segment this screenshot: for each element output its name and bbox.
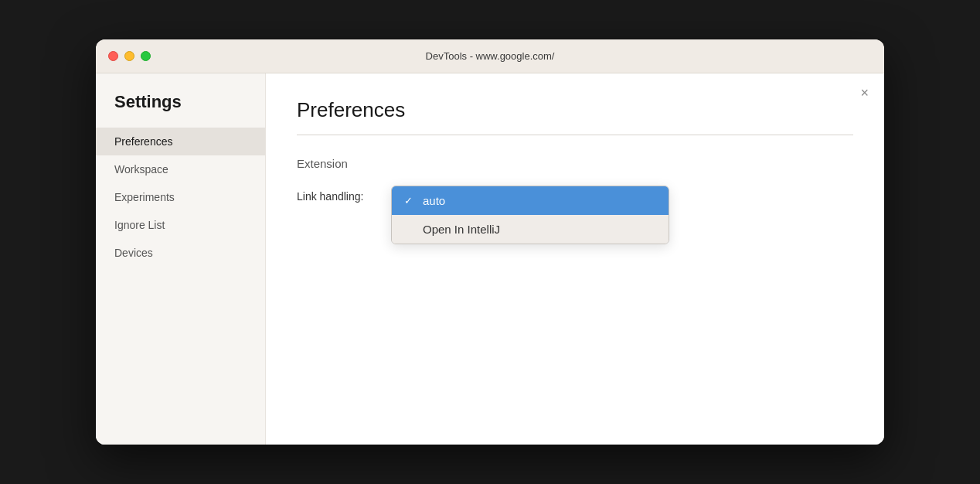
sidebar-item-devices[interactable]: Devices	[96, 239, 265, 267]
panel-close-button[interactable]: ×	[860, 86, 869, 100]
sidebar-item-workspace[interactable]: Workspace	[96, 155, 265, 183]
close-button-traffic[interactable]	[108, 51, 118, 61]
field-label-link-handling: Link handling:	[297, 186, 382, 203]
field-row-link-handling: Link handling: ✓ auto Open In IntelliJ	[297, 186, 853, 244]
devtools-window: DevTools - www.google.com/ Settings Pref…	[96, 39, 884, 445]
window-title: DevTools - www.google.com/	[426, 50, 555, 62]
sidebar-item-experiments[interactable]: Experiments	[96, 183, 265, 211]
dropdown-options: ✓ auto Open In IntelliJ	[391, 186, 669, 244]
sidebar-item-ignore-list[interactable]: Ignore List	[96, 211, 265, 239]
divider	[297, 135, 853, 135]
main-content: × Preferences Extension Link handling: ✓…	[266, 73, 884, 445]
sidebar-item-preferences[interactable]: Preferences	[96, 128, 265, 155]
page-title: Preferences	[297, 98, 853, 122]
content-area: Settings Preferences Workspace Experimen…	[96, 73, 884, 445]
sidebar: Settings Preferences Workspace Experimen…	[96, 73, 266, 445]
section-title: Extension	[297, 157, 853, 170]
titlebar: DevTools - www.google.com/	[96, 39, 884, 73]
dropdown-option-auto[interactable]: ✓ auto	[392, 186, 669, 215]
maximize-button-traffic[interactable]	[141, 51, 151, 61]
checkmark-icon: ✓	[404, 195, 417, 206]
dropdown-option-intellij[interactable]: Open In IntelliJ	[392, 215, 669, 244]
dropdown-link-handling[interactable]: ✓ auto Open In IntelliJ	[391, 186, 669, 244]
sidebar-heading: Settings	[96, 92, 265, 128]
traffic-lights	[108, 51, 151, 61]
minimize-button-traffic[interactable]	[124, 51, 134, 61]
